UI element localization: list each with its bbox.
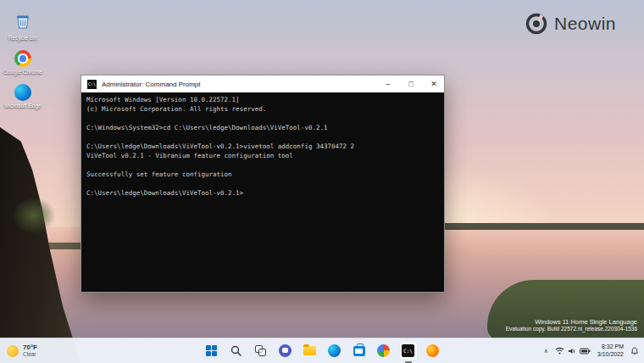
- weather-widget[interactable]: 70°F Clear: [7, 343, 37, 358]
- edge-button[interactable]: [325, 342, 344, 360]
- system-tray: ∧ 8:32 PM 3/10/2022: [544, 343, 639, 358]
- wifi-icon: [555, 347, 564, 355]
- photos-button[interactable]: [375, 342, 393, 360]
- cmd-app-icon: C:\: [87, 80, 97, 89]
- system-status-icons[interactable]: [555, 347, 591, 355]
- weather-temperature: 70°F: [23, 343, 37, 351]
- window-title: Administrator: Command Prompt: [102, 81, 200, 88]
- desktop-icon-microsoft-edge[interactable]: Microsoft Edge: [2, 84, 44, 109]
- firefox-button[interactable]: [424, 342, 442, 360]
- desktop: Neowin Recycle Bin Google Chrome Microso…: [0, 0, 644, 363]
- evaluation-watermark: Windows 11 Home Single Language Evaluati…: [506, 318, 637, 332]
- search-button[interactable]: [227, 342, 246, 360]
- cmd-icon: C:\: [402, 344, 414, 357]
- hidden-icons-chevron[interactable]: ∧: [544, 348, 548, 355]
- store-button[interactable]: [350, 342, 369, 360]
- wallpaper-cliff-vegetation: [12, 197, 56, 234]
- window-controls: – □ ✕: [384, 75, 438, 92]
- desktop-icon-label: Recycle Bin: [2, 35, 44, 41]
- recycle-bin-icon: [14, 13, 31, 30]
- volume-icon: [568, 347, 576, 355]
- weather-sun-icon: [7, 345, 19, 357]
- neowin-logo-text: Neowin: [554, 14, 616, 34]
- chrome-icon: [14, 50, 31, 67]
- desktop-icon-list: Recycle Bin Google Chrome Microsoft Edge: [2, 13, 44, 109]
- terminal-output-area[interactable]: Microsoft Windows [Version 10.0.22572.1]…: [81, 92, 444, 200]
- chat-icon: [279, 344, 291, 357]
- command-prompt-window: C:\ Administrator: Command Prompt – □ ✕ …: [80, 75, 445, 293]
- taskbar-icon-strip: C:\: [203, 342, 442, 360]
- folder-icon: [303, 346, 316, 355]
- file-explorer-button[interactable]: [301, 342, 319, 360]
- task-view-button[interactable]: [252, 342, 270, 360]
- edge-icon: [328, 344, 341, 357]
- desktop-icon-label: Google Chrome: [2, 69, 44, 75]
- store-icon: [353, 346, 365, 356]
- task-view-icon: [255, 345, 266, 356]
- chat-button[interactable]: [276, 342, 295, 360]
- minimize-button[interactable]: –: [384, 75, 392, 92]
- desktop-icon-recycle-bin[interactable]: Recycle Bin: [2, 13, 44, 41]
- maximize-button[interactable]: □: [407, 75, 415, 92]
- battery-icon: [580, 348, 591, 355]
- notification-bell-icon[interactable]: [630, 347, 639, 355]
- photos-icon: [377, 344, 390, 357]
- edge-icon: [14, 84, 31, 101]
- window-titlebar[interactable]: C:\ Administrator: Command Prompt – □ ✕: [81, 75, 444, 92]
- taskbar: 70°F Clear: [0, 338, 644, 363]
- terminal-output: Microsoft Windows [Version 10.0.22572.1]…: [86, 95, 439, 198]
- weather-condition: Clear: [23, 351, 37, 358]
- taskbar-clock[interactable]: 8:32 PM 3/10/2022: [597, 343, 624, 358]
- command-prompt-taskbar-button[interactable]: C:\: [399, 342, 418, 360]
- neowin-logo-icon: [525, 13, 547, 35]
- windows-logo-icon: [206, 345, 217, 356]
- desktop-icon-google-chrome[interactable]: Google Chrome: [2, 50, 44, 75]
- start-button[interactable]: [203, 342, 221, 360]
- search-icon: [230, 345, 242, 356]
- watermark-edition: Windows 11 Home Single Language: [506, 318, 637, 326]
- desktop-icon-label: Microsoft Edge: [2, 103, 44, 109]
- watermark-build: Evaluation copy. Build 22572.ni_release.…: [506, 326, 637, 332]
- neowin-logo: Neowin: [525, 13, 616, 35]
- clock-time: 8:32 PM: [597, 343, 624, 351]
- close-button[interactable]: ✕: [430, 75, 438, 92]
- firefox-icon: [426, 344, 439, 357]
- clock-date: 3/10/2022: [597, 351, 624, 359]
